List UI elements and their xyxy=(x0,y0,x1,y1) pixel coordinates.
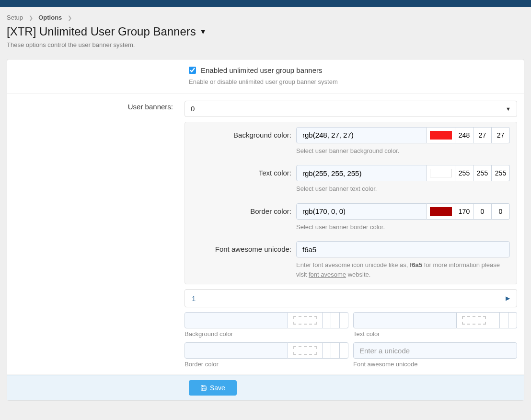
compact-border-label: Border color xyxy=(185,361,348,368)
border-g[interactable] xyxy=(473,203,492,220)
compact-text-r[interactable] xyxy=(491,312,500,328)
compact-bg-b[interactable] xyxy=(340,312,348,328)
compact-text-label: Text color xyxy=(353,330,517,338)
text-b[interactable] xyxy=(492,165,510,181)
compact-border-input[interactable] xyxy=(185,342,288,359)
border-color-hint: Select user banner border color. xyxy=(296,222,510,232)
bg-b[interactable] xyxy=(492,127,510,143)
compact-text-g[interactable] xyxy=(500,312,508,328)
bg-color-input[interactable] xyxy=(296,127,427,143)
bg-r[interactable] xyxy=(455,127,473,143)
text-color-hint: Select user banner text color. xyxy=(296,184,510,194)
footer-bar: Save xyxy=(7,375,524,400)
banner-compact-grid: Background color Text color xyxy=(185,312,517,368)
text-r[interactable] xyxy=(455,165,473,181)
border-color-input[interactable] xyxy=(296,203,427,220)
border-b[interactable] xyxy=(492,203,510,220)
compact-border-r[interactable] xyxy=(323,342,331,359)
fa-unicode-label: Font awesome unicode: xyxy=(192,241,296,253)
bg-color-hint: Select user banner background color. xyxy=(296,146,510,156)
compact-border-b[interactable] xyxy=(340,342,348,359)
compact-bg-input[interactable] xyxy=(185,312,288,328)
compact-border-swatch[interactable] xyxy=(288,342,323,359)
top-bar xyxy=(0,0,531,7)
caret-down-icon: ▼ xyxy=(506,106,511,112)
page-title[interactable]: [XTR] Unlimited User Group Banners ▼ xyxy=(7,25,207,38)
save-button[interactable]: Save xyxy=(189,380,237,396)
page-subtitle: These options control the user banner sy… xyxy=(7,41,524,48)
border-color-label: Border color: xyxy=(192,203,296,215)
enable-checkbox[interactable] xyxy=(189,67,196,74)
text-color-swatch[interactable] xyxy=(427,165,455,181)
banner-0-panel: Background color: Select user banner bac… xyxy=(185,122,517,285)
compact-fa-input[interactable] xyxy=(353,342,517,359)
user-banners-label: User banners: xyxy=(7,94,178,119)
font-awesome-link[interactable]: font avesome xyxy=(309,271,346,278)
caret-right-icon: ▶ xyxy=(506,295,510,302)
bg-g[interactable] xyxy=(473,127,492,143)
bg-color-label: Background color: xyxy=(192,127,296,139)
compact-bg-r[interactable] xyxy=(323,312,331,328)
breadcrumb: Setup ❯ Options ❯ xyxy=(7,14,524,21)
border-color-swatch[interactable] xyxy=(427,203,455,220)
fa-unicode-input[interactable] xyxy=(296,241,510,257)
text-g[interactable] xyxy=(473,165,492,181)
compact-bg-swatch[interactable] xyxy=(288,312,323,328)
chevron-right-icon: ❯ xyxy=(29,15,33,21)
enable-label: Enabled unlimited user group banners xyxy=(201,66,323,74)
enable-hint: Enable or disable unlimited user group b… xyxy=(189,77,517,87)
user-banners-select[interactable]: 0 ▼ xyxy=(185,101,517,117)
banner-1-accordion[interactable]: 1 ▶ xyxy=(185,289,517,307)
options-panel: Enabled unlimited user group banners Ena… xyxy=(7,59,524,401)
bg-color-swatch[interactable] xyxy=(427,127,455,143)
compact-text-b[interactable] xyxy=(508,312,517,328)
text-color-label: Text color: xyxy=(192,165,296,177)
compact-fa-label: Font awesome unicode xyxy=(353,361,517,368)
compact-border-g[interactable] xyxy=(331,342,340,359)
fa-unicode-hint: Enter font avesome icon unicode like as,… xyxy=(296,260,510,279)
save-icon xyxy=(200,385,207,391)
page-header: Setup ❯ Options ❯ [XTR] Unlimited User G… xyxy=(0,7,531,52)
breadcrumb-options[interactable]: Options xyxy=(38,14,62,21)
breadcrumb-setup[interactable]: Setup xyxy=(7,14,23,21)
border-r[interactable] xyxy=(455,203,473,220)
compact-bg-g[interactable] xyxy=(331,312,340,328)
chevron-right-icon: ❯ xyxy=(68,15,72,21)
compact-text-input[interactable] xyxy=(353,312,457,328)
text-color-input[interactable] xyxy=(296,165,427,181)
enable-checkbox-row[interactable]: Enabled unlimited user group banners xyxy=(189,66,517,74)
compact-bg-label: Background color xyxy=(185,330,348,338)
compact-text-swatch[interactable] xyxy=(457,312,491,328)
caret-down-icon: ▼ xyxy=(200,28,207,35)
